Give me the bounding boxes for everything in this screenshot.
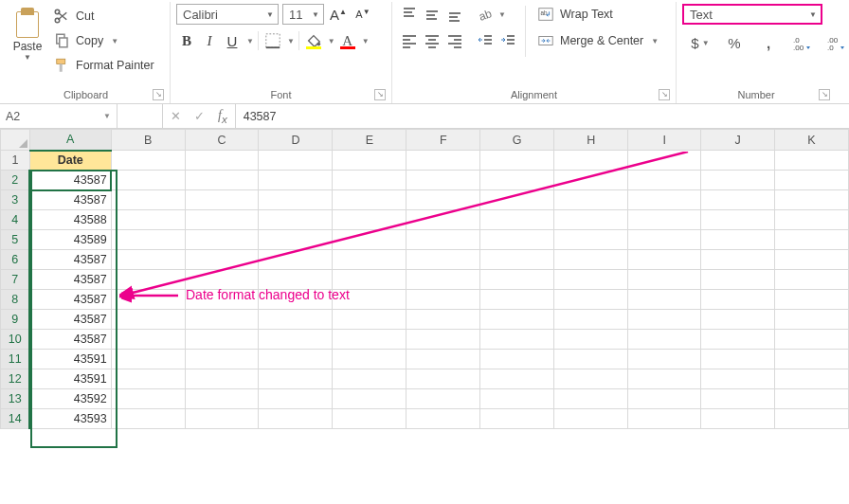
enter-formula-icon[interactable]: ✓ [194,109,205,123]
column-header-C[interactable]: C [185,130,259,151]
cell[interactable] [111,409,185,429]
cell[interactable] [185,171,259,190]
cell[interactable] [111,369,185,389]
cell[interactable] [185,250,259,270]
cell[interactable] [111,270,185,290]
bold-button[interactable]: B [176,30,197,51]
cell[interactable] [406,369,480,389]
cell[interactable] [701,330,775,350]
cell[interactable] [628,409,701,429]
orientation-dropdown-icon[interactable]: ▼ [498,10,506,19]
decrease-decimal-button[interactable]: .00.0 [824,32,849,53]
cell[interactable] [111,210,185,230]
cell[interactable] [480,409,554,429]
cell[interactable] [480,369,554,389]
cell[interactable]: 43593 [29,409,111,429]
row-header[interactable]: 5 [1,230,30,250]
row-header[interactable]: 2 [1,171,30,190]
cell[interactable] [480,270,554,290]
cell[interactable] [701,250,775,270]
row-header[interactable]: 1 [1,151,30,171]
cell[interactable] [259,369,333,389]
cell[interactable] [333,151,406,171]
cell[interactable] [111,151,185,171]
cell[interactable] [775,230,849,250]
cell[interactable] [406,190,480,210]
cell[interactable] [111,171,185,190]
cell[interactable] [701,270,775,290]
cell[interactable] [554,270,628,290]
increase-font-button[interactable]: A▲ [328,4,349,25]
cell[interactable] [480,190,554,210]
cell[interactable] [480,171,554,190]
cell[interactable] [185,190,259,210]
cell[interactable] [480,389,554,409]
cell[interactable] [775,369,849,389]
column-header-J[interactable]: J [701,130,775,151]
cell[interactable] [775,310,849,330]
cell[interactable] [111,389,185,409]
cell[interactable]: 43592 [29,389,111,409]
accounting-format-button[interactable]: $▼ [688,32,713,53]
cell[interactable]: 43587 [29,171,111,190]
cell[interactable] [701,230,775,250]
cell[interactable] [259,330,333,350]
cell[interactable] [628,190,701,210]
row-header[interactable]: 8 [1,290,30,310]
cell[interactable] [775,171,849,190]
cell[interactable] [185,210,259,230]
cell[interactable] [185,230,259,250]
cell[interactable]: 43588 [29,210,111,230]
cell[interactable] [701,210,775,230]
cell[interactable] [554,330,628,350]
column-header-E[interactable]: E [333,130,406,151]
cell[interactable] [701,369,775,389]
cell[interactable] [406,230,480,250]
cell[interactable] [554,250,628,270]
number-format-combo[interactable]: Text ▼ [682,4,822,25]
cell[interactable] [185,350,259,369]
cell[interactable]: 43587 [29,310,111,330]
cell[interactable] [259,210,333,230]
cell[interactable] [701,389,775,409]
cell[interactable] [333,210,406,230]
cell[interactable]: 43589 [29,230,111,250]
cell[interactable]: 43587 [29,330,111,350]
cell[interactable] [628,270,701,290]
font-color-dropdown-icon[interactable]: ▼ [362,37,370,45]
cell[interactable] [554,389,628,409]
cell[interactable] [628,369,701,389]
cell[interactable] [333,369,406,389]
cell[interactable] [775,290,849,310]
cell[interactable] [259,310,333,330]
cell[interactable]: 43587 [29,290,111,310]
cell[interactable] [775,210,849,230]
cell[interactable] [775,270,849,290]
font-color-button[interactable]: A [337,30,358,51]
number-launcher-icon[interactable]: ↘ [819,89,830,100]
cell[interactable] [406,389,480,409]
cell[interactable] [111,330,185,350]
cell[interactable] [701,171,775,190]
cell[interactable] [333,171,406,190]
cell[interactable] [333,230,406,250]
cell[interactable] [628,330,701,350]
percent-format-button[interactable]: % [722,32,747,53]
row-header[interactable]: 13 [1,389,30,409]
cell[interactable] [406,250,480,270]
merge-center-button[interactable]: Merge & Center ▼ [532,30,664,51]
cell[interactable] [406,171,480,190]
italic-button[interactable]: I [199,30,220,51]
cell[interactable] [554,290,628,310]
column-header-A[interactable]: A [29,130,111,151]
row-header[interactable]: 14 [1,409,30,429]
cell[interactable] [185,409,259,429]
cell[interactable] [554,151,628,171]
select-all-corner[interactable] [1,130,30,151]
cell[interactable] [554,369,628,389]
cell[interactable] [480,210,554,230]
row-header[interactable]: 3 [1,190,30,210]
cell[interactable] [111,250,185,270]
name-box[interactable]: A2 ▼ [0,104,117,128]
wrap-text-button[interactable]: ab Wrap Text [532,4,664,25]
